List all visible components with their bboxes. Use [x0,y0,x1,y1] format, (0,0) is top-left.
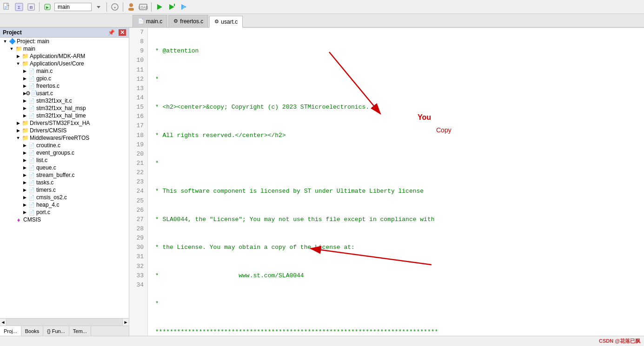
tree-middlewares[interactable]: ▼ 📁 Middlewares/FreeRTOS [0,134,129,142]
run-green-icon[interactable] [154,2,165,12]
main-toolbar: Σ ⊞ ▶ main ✦ LOAD D [0,0,644,14]
expand-icon-eg[interactable]: ▶ [21,150,28,155]
file-gear-icon-usart: ⚙📄 [28,90,35,97]
bottom-tab-tem[interactable]: Tem... [69,326,91,336]
toolbar-icon-4[interactable]: ▶ [42,2,53,12]
expand-icon-heap[interactable]: ▶ [21,202,28,207]
bottom-tab-proj[interactable]: Proj... [0,326,21,336]
expand-icon-tasks[interactable]: ▶ [21,180,28,185]
expand-icon-fr[interactable]: ▶ [21,84,28,88]
project-name: Project: main [17,38,49,45]
tree-main-c[interactable]: ▶ 📄 main.c [0,67,129,75]
file-icon-it: 📄 [28,98,35,104]
tree-drivers-stm[interactable]: ▶ 📁 Drivers/STM32F1xx_HA [0,119,129,127]
expand-icon-cmsis[interactable]: ▶ [15,128,21,133]
tree-list[interactable]: ▶ 📄 list.c [0,157,129,164]
tree-stm32f1xx-it[interactable]: ▶ 📄 stm32f1xx_it.c [0,97,129,104]
close-sidebar-icon[interactable]: ✕ [119,29,126,36]
tree-stream-buffer[interactable]: ▶ 📄 stream_buffer.c [0,171,129,179]
lnum-33: 33 [133,271,144,281]
expand-icon[interactable]: ▼ [2,39,8,44]
tree-hal-time[interactable]: ▶ 📄 stm32f1xx_hal_time [0,112,129,119]
lnum-26: 26 [133,206,144,215]
bottom-tab-books-label: Books [25,328,40,334]
file-icon-freertos: 📄 [28,83,35,89]
code-editor[interactable]: 7 8 9 10 11 12 13 14 15 16 17 18 19 20 2… [129,28,644,336]
expand-icon-timers[interactable]: ▶ [21,188,28,192]
expand-icon-mdk[interactable]: ▶ [15,54,21,59]
toolbar-project-name[interactable]: main [54,3,92,11]
tree-hal-msp[interactable]: ▶ 📄 stm32f1xx_hal_msp [0,104,129,112]
code-lines[interactable]: * @attention * * <h2><center>&copy; Copy… [148,28,644,336]
tree-label-cmsis-gem: CMSIS [23,216,41,223]
toolbar-icon-3[interactable]: ⊞ [26,2,36,12]
tree-croutine[interactable]: ▶ 📄 croutine.c [0,142,129,149]
tree-label-mdk: Application/MDK-ARM [30,53,85,59]
svg-text:Σ: Σ [18,6,20,10]
tree-tasks[interactable]: ▶ 📄 tasks.c [0,179,129,186]
file-icon-port: 📄 [28,209,35,215]
tree-event-groups[interactable]: ▶ 📄 event_groups.c [0,149,129,157]
tree-port[interactable]: ▶ 📄 port.c [0,209,129,216]
expand-icon-main[interactable]: ▼ [8,46,15,51]
load-icon[interactable]: LOAD [138,2,148,12]
tree-project-root[interactable]: ▼ 🔷 Project: main [0,38,129,45]
tree-gpio-c[interactable]: ▶ 📄 gpio.c [0,75,129,82]
debug-icon[interactable]: D [179,2,189,12]
expand-icon-mc[interactable]: ▶ [21,69,28,73]
magic-wand-icon[interactable]: ✦ [110,2,120,12]
step-over-icon[interactable] [166,2,177,12]
expand-icon-gpio[interactable]: ▶ [21,76,28,81]
expand-icon-sb[interactable]: ▶ [21,173,28,177]
tree-main[interactable]: ▼ 📁 main [0,45,129,52]
new-file-icon[interactable] [2,2,12,12]
person-icon[interactable] [126,2,136,12]
toolbar-icon-2[interactable]: Σ [14,2,24,12]
tab-usart-c[interactable]: ⚙ usart.c [209,16,243,28]
expand-icon-queue[interactable]: ▶ [21,165,28,170]
expand-icon-port[interactable]: ▶ [21,210,28,215]
lnum-29: 29 [133,234,144,243]
tree-user-core[interactable]: ▼ 📁 Application/User/Core [0,60,129,67]
expand-icon-os2[interactable]: ▶ [21,195,28,200]
tree-label-dstm: Drivers/STM32F1xx_HA [30,120,90,126]
lnum-12: 12 [133,75,144,84]
expand-icon-list[interactable]: ▶ [21,158,28,163]
code-line-10: * All rights reserved.</center></h2> [152,131,640,140]
sidebar-bottom-tabs: Proj... Books {} Fun... Tem... [0,326,129,336]
tab-icon-usart: ⚙ [214,19,219,25]
tree-usart-c[interactable]: ▶ ⚙📄 usart.c [0,90,129,97]
toolbar-dropdown-icon[interactable] [93,2,104,12]
bottom-tab-books[interactable]: Books [21,326,44,336]
bottom-tab-fun[interactable]: {} Fun... [43,326,69,336]
pin-icon[interactable]: 📌 [108,29,115,36]
scroll-left-icon[interactable]: ◀ [0,319,7,326]
tree-timers[interactable]: ▶ 📄 timers.c [0,186,129,194]
folder-icon-dstm: 📁 [21,120,29,126]
horizontal-scrollbar[interactable] [7,319,122,326]
lnum-19: 19 [133,140,144,150]
tree-queue[interactable]: ▶ 📄 queue.c [0,164,129,171]
expand-icon-mw[interactable]: ▼ [15,136,21,140]
expand-icon-msp[interactable]: ▶ [21,106,28,111]
tree-mdk-arm[interactable]: ▶ 📁 Application/MDK-ARM [0,52,129,60]
svg-text:LOAD: LOAD [139,6,148,10]
tree-freertos-c[interactable]: ▶ 📄 freertos.c [0,82,129,90]
tab-main-c[interactable]: 📄 main.c [133,15,167,27]
tree-heap4[interactable]: ▶ 📄 heap_4.c [0,201,129,209]
expand-icon-it[interactable]: ▶ [21,98,28,103]
tab-label-main: main.c [146,18,162,25]
tree-cmsis-os2[interactable]: ▶ 📄 cmsis_os2.c [0,194,129,201]
tree-label-queue: queue.c [36,164,56,171]
scroll-right-icon[interactable]: ▶ [122,319,129,326]
tab-freertos-c[interactable]: ⚙ freertos.c [168,15,208,27]
expand-icon-time[interactable]: ▶ [21,113,28,118]
expand-icon-cr[interactable]: ▶ [21,143,28,148]
sidebar-header-icons: 📌 ✕ [108,29,126,36]
expand-icon-core[interactable]: ▼ [15,61,21,66]
bottom-tab-fun-label: {} Fun... [47,328,65,334]
expand-icon-dstm[interactable]: ▶ [15,121,21,125]
file-icon-timers: 📄 [28,187,35,193]
tree-drivers-cmsis[interactable]: ▶ 📁 Drivers/CMSIS [0,127,129,134]
tree-cmsis-gem[interactable]: ♦ CMSIS [0,216,129,223]
